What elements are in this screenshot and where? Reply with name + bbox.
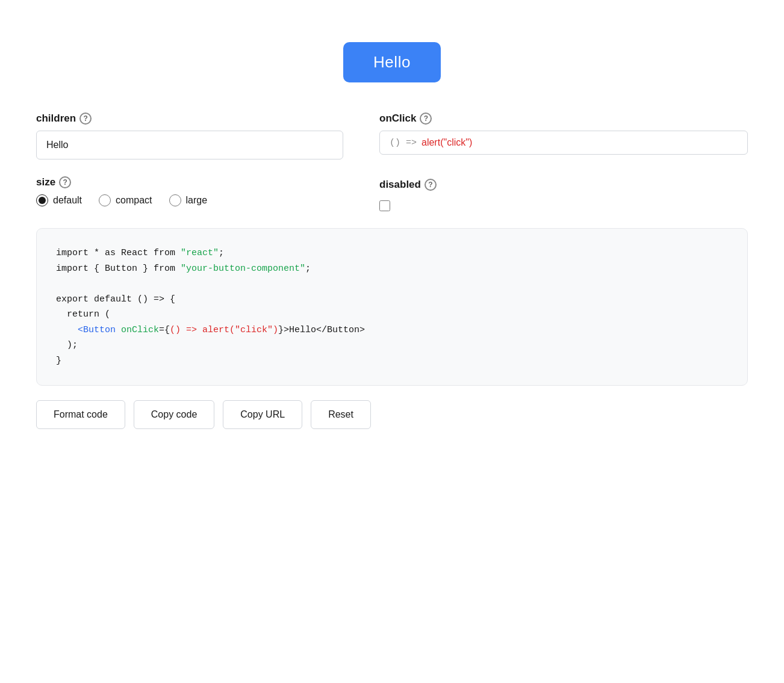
code-line-1: import * as React from "react"; <box>56 246 728 261</box>
top-controls-row: children ? onClick ? () => alert("click"… <box>36 113 748 159</box>
size-controls-row: size ? default compact large disabled ? <box>36 176 748 211</box>
disabled-checkbox-row <box>379 200 748 211</box>
copy-code-button[interactable]: Copy code <box>134 400 215 429</box>
size-control-group: size ? default compact large <box>36 176 343 206</box>
size-radio-compact[interactable]: compact <box>99 194 152 206</box>
onclick-control-group: onClick ? () => alert("click") <box>379 113 748 155</box>
onclick-label: onClick ? <box>379 113 748 125</box>
size-label: size ? <box>36 176 343 188</box>
preview-hello-button[interactable]: Hello <box>343 42 441 82</box>
onclick-value: alert("click") <box>422 137 472 148</box>
onclick-prefix: () => <box>390 138 417 148</box>
children-input[interactable] <box>36 131 343 159</box>
onclick-help-icon[interactable]: ? <box>420 113 432 125</box>
code-line-8: } <box>56 353 728 369</box>
code-line-3 <box>56 276 728 292</box>
size-radio-group: default compact large <box>36 194 343 206</box>
code-line-7: ); <box>56 338 728 353</box>
copy-url-button[interactable]: Copy URL <box>223 400 302 429</box>
children-label: children ? <box>36 113 343 125</box>
size-radio-default[interactable]: default <box>36 194 82 206</box>
code-line-2: import { Button } from "your-button-comp… <box>56 261 728 277</box>
size-help-icon[interactable]: ? <box>59 176 71 188</box>
code-block: import * as React from "react"; import {… <box>36 228 748 386</box>
format-code-button[interactable]: Format code <box>36 400 125 429</box>
size-radio-large[interactable]: large <box>169 194 208 206</box>
code-line-5: return ( <box>56 307 728 323</box>
code-line-6: <Button onClick={() => alert("click")}>H… <box>56 323 728 338</box>
disabled-label: disabled ? <box>379 179 748 191</box>
code-line-4: export default () => { <box>56 292 728 308</box>
children-control-group: children ? <box>36 113 343 159</box>
onclick-input-wrapper: () => alert("click") <box>379 131 748 155</box>
disabled-help-icon[interactable]: ? <box>425 179 437 191</box>
reset-button[interactable]: Reset <box>311 400 371 429</box>
action-buttons: Format code Copy code Copy URL Reset <box>36 400 748 429</box>
preview-area: Hello <box>36 24 748 113</box>
disabled-control-group: disabled ? <box>379 176 748 211</box>
children-help-icon[interactable]: ? <box>79 113 92 125</box>
disabled-checkbox[interactable] <box>379 200 390 211</box>
